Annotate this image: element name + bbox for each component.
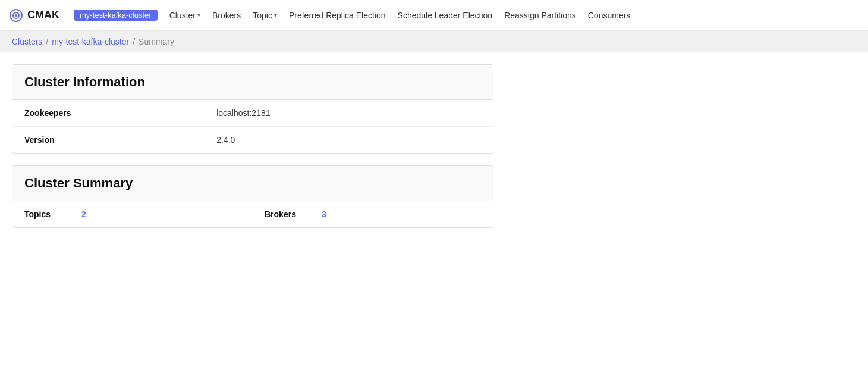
breadcrumb-sep-1: / — [46, 37, 48, 46]
nav-schedule-leader-election[interactable]: Schedule Leader Election — [398, 8, 493, 23]
table-row: Zookeepers localhost:2181 — [12, 100, 493, 127]
zookeepers-value: localhost:2181 — [205, 100, 493, 127]
cluster-information-card: Cluster Information Zookeepers localhost… — [12, 64, 493, 154]
breadcrumb-current-page: Summary — [139, 37, 174, 46]
cmak-icon — [10, 9, 23, 22]
summary-row: Topics 2 Brokers 3 — [12, 201, 493, 227]
cluster-summary-card: Cluster Summary Topics 2 Brokers 3 — [12, 165, 493, 228]
brand-logo[interactable]: CMAK — [10, 9, 59, 22]
nav-cluster[interactable]: Cluster ▾ — [169, 8, 200, 23]
cluster-badge[interactable]: my-test-kafka-cluster — [74, 10, 158, 21]
breadcrumb-clusters-link[interactable]: Clusters — [12, 37, 42, 46]
breadcrumb: Clusters / my-test-kafka-cluster / Summa… — [0, 31, 868, 52]
breadcrumb-sep-2: / — [133, 37, 135, 46]
cluster-information-title: Cluster Information — [24, 74, 481, 90]
nav-preferred-replica-election[interactable]: Preferred Replica Election — [289, 8, 386, 23]
cluster-information-body: Zookeepers localhost:2181 Version 2.4.0 — [12, 100, 493, 153]
table-row: Version 2.4.0 — [12, 127, 493, 154]
topics-cell: Topics 2 — [12, 201, 253, 227]
navbar: CMAK my-test-kafka-cluster Cluster ▾ Bro… — [0, 0, 868, 31]
brand-name: CMAK — [27, 9, 59, 21]
brokers-cell: Brokers 3 — [253, 201, 493, 227]
chevron-down-icon: ▾ — [274, 12, 277, 18]
zookeepers-label: Zookeepers — [12, 100, 205, 127]
svg-point-2 — [15, 14, 17, 17]
cluster-summary-title: Cluster Summary — [24, 176, 481, 191]
chevron-down-icon: ▾ — [197, 12, 200, 18]
cluster-information-header: Cluster Information — [12, 65, 493, 100]
version-value: 2.4.0 — [205, 127, 493, 154]
brokers-value-link[interactable]: 3 — [322, 209, 326, 219]
nav-brokers[interactable]: Brokers — [212, 8, 241, 23]
cluster-summary-body: Topics 2 Brokers 3 — [12, 201, 493, 227]
cluster-summary-header: Cluster Summary — [12, 166, 493, 201]
main-content: Cluster Information Zookeepers localhost… — [0, 52, 505, 252]
nav-topic[interactable]: Topic ▾ — [253, 8, 277, 23]
topics-value-link[interactable]: 2 — [81, 209, 86, 219]
version-label: Version — [12, 127, 205, 154]
cluster-information-table: Zookeepers localhost:2181 Version 2.4.0 — [12, 100, 493, 153]
nav-consumers[interactable]: Consumers — [588, 8, 631, 23]
breadcrumb-cluster-name: my-test-kafka-cluster — [52, 37, 129, 46]
topics-label: Topics — [24, 209, 72, 219]
brokers-label: Brokers — [265, 209, 312, 219]
nav-reassign-partitions[interactable]: Reassign Partitions — [504, 8, 576, 23]
